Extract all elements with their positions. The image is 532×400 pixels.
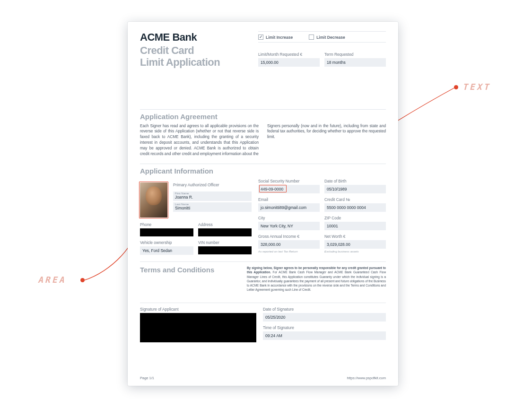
agreement-body: Each Signer has read and agrees to all a… <box>140 123 386 157</box>
checkbox-icon <box>309 35 314 40</box>
networth-label: Net Worth € <box>324 234 386 239</box>
vehicle-label: Vehicle ownership <box>140 240 193 245</box>
sig-time-value[interactable]: 09:24 AM <box>263 331 386 340</box>
phone-redacted <box>140 228 193 236</box>
sig-date-label: Date of Signature <box>263 307 386 312</box>
terms-body: By signing below, Signer agrees to be pe… <box>247 266 386 292</box>
limit-decrease-label: Limit Decrease <box>316 35 345 40</box>
city-label: City <box>258 216 320 220</box>
city-value[interactable]: New York City, NY <box>258 222 320 230</box>
vehicle-value[interactable]: Yes, Ford Sedan <box>140 246 193 255</box>
cc-label: Credit Card № <box>324 197 386 202</box>
first-name-label: First Name <box>173 191 252 195</box>
last-name-label: Last Name <box>173 202 252 206</box>
term-requested-label: Term Requested <box>324 52 386 57</box>
address-label: Address <box>198 222 252 227</box>
applicant-photo <box>140 183 167 217</box>
agreement-col1: Each Signer has read and agrees to all a… <box>140 123 259 157</box>
ssn-value[interactable]: 449-09-0000 <box>258 185 320 193</box>
phone-label: Phone <box>140 222 193 227</box>
dob-label: Date of Birth <box>324 179 386 183</box>
ssn-label: Social Security Number <box>258 179 320 183</box>
networth-value[interactable]: 3,029,028.00 <box>324 240 386 249</box>
vin-label: VIN number <box>198 240 252 245</box>
first-name-value[interactable]: Joanna R. <box>173 195 252 201</box>
sig-time-label: Time of Signature <box>263 325 386 330</box>
email-label: Email <box>258 197 320 202</box>
dob-value[interactable]: 05/10/1989 <box>324 185 386 193</box>
footer-url: https://www.pspdfkit.com <box>347 376 386 380</box>
income-value[interactable]: 328,000.00 <box>258 240 320 249</box>
zip-value[interactable]: 10001 <box>324 222 386 230</box>
sig-date-value[interactable]: 05/25/2020 <box>263 313 386 322</box>
limit-requested-label: Limit/Month Requested € <box>258 52 320 57</box>
income-note: As reported on last Tax Return <box>258 250 320 253</box>
annotation-area-dot <box>80 278 85 282</box>
signature-redacted <box>140 313 256 342</box>
agreement-col2: Signers personally (now and in the futur… <box>267 123 386 157</box>
annotation-text-dot <box>454 85 458 89</box>
income-label: Gross Annual Income € <box>258 234 320 239</box>
document-page: ACME Bank Credit Card Limit Application … <box>128 22 398 386</box>
annotation-text-label: TEXT <box>462 82 490 92</box>
zip-label: ZIP Code <box>324 216 386 220</box>
limit-requested-value[interactable]: 15,000.00 <box>258 58 320 67</box>
term-requested-value[interactable]: 18 months <box>324 58 386 67</box>
address-redacted <box>198 228 252 236</box>
checkbox-icon <box>258 35 263 40</box>
email-value[interactable]: jo.simonitti89@gmail.com <box>258 203 320 212</box>
last-name-value[interactable]: Simonitti <box>173 206 252 212</box>
officer-label: Primary Authorized Officer <box>173 183 252 187</box>
applicant-info-title: Applicant Information <box>140 164 386 175</box>
page-number: Page 1/1 <box>140 376 154 380</box>
limit-increase-label: Limit Increase <box>266 35 293 40</box>
limit-increase-option[interactable]: Limit Increase <box>258 35 293 40</box>
terms-title: Terms and Conditions <box>140 266 239 292</box>
networth-note: Excluding business assets <box>324 250 386 253</box>
request-panel: Limit Increase Limit Decrease Limit/Mont… <box>258 31 386 67</box>
vin-redacted <box>198 246 252 254</box>
signature-label: Signature of Applicant <box>140 307 256 312</box>
cc-value[interactable]: 5500 0000 0000 0004 <box>324 203 386 212</box>
annotation-area-label: AREA <box>38 275 66 285</box>
agreement-title: Application Agreement <box>140 109 386 121</box>
limit-decrease-option[interactable]: Limit Decrease <box>309 35 345 40</box>
